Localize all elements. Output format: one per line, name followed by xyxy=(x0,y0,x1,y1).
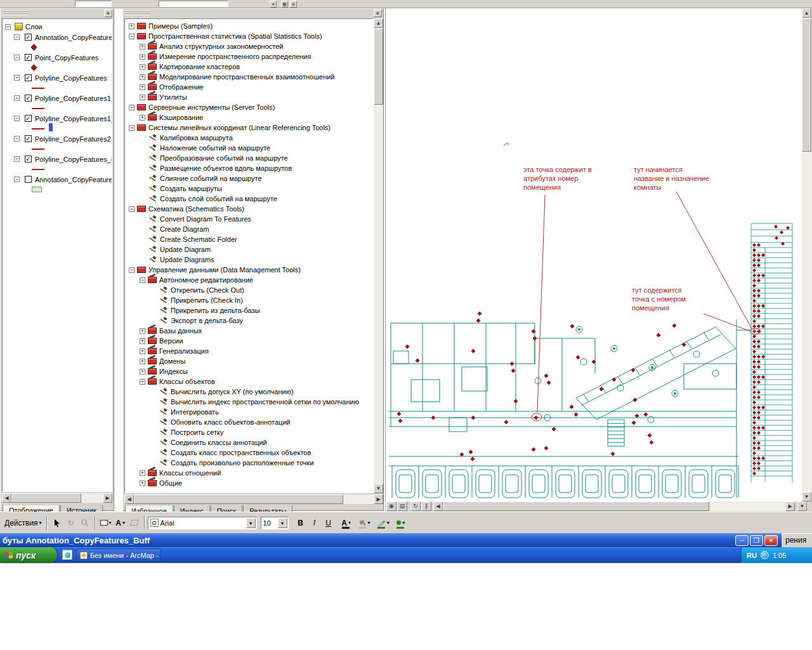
toolbox-tree-item[interactable]: Создать слой событий на маршруте xyxy=(125,194,373,204)
layer-checkbox[interactable]: ✓ xyxy=(25,34,32,41)
tree-expander[interactable]: + xyxy=(129,23,134,29)
toolbox-tree-item[interactable]: +Индексы xyxy=(125,366,373,376)
tree-expander[interactable]: + xyxy=(140,481,145,486)
tree-expander[interactable]: − xyxy=(129,206,134,212)
tree-expander[interactable]: + xyxy=(140,95,145,100)
toolbar-field-fragment[interactable] xyxy=(75,1,112,7)
edit-vertices-tool[interactable] xyxy=(128,516,141,530)
restore-icon[interactable]: ❐ xyxy=(750,535,763,546)
layer-checkbox[interactable]: ✓ xyxy=(25,74,32,81)
fill-color-button[interactable]: ▾ xyxy=(356,516,372,530)
tree-expander[interactable]: − xyxy=(14,95,20,101)
layer-item[interactable]: −✓Polyline_CopyFeatures2 xyxy=(3,133,112,144)
layer-item[interactable]: −Annotation_CopyFeature... xyxy=(3,174,112,185)
scroll-left-icon[interactable]: ◀ xyxy=(124,494,134,504)
underline-button[interactable]: U xyxy=(322,516,336,530)
tree-expander[interactable]: − xyxy=(129,267,134,273)
close-icon[interactable]: × xyxy=(104,10,112,17)
tree-expander[interactable]: + xyxy=(140,44,145,50)
new-text-tool[interactable]: A▾ xyxy=(114,516,128,530)
toolbox-tree-item[interactable]: Соединить классы аннотаций xyxy=(125,437,373,448)
tree-expander[interactable]: − xyxy=(14,55,20,60)
toolbox-hscroll[interactable]: ◀ ▶ xyxy=(124,494,383,504)
toolbar-button-1[interactable]: ▦ xyxy=(281,1,288,8)
toolbox-tree-item[interactable]: +Версии xyxy=(125,336,373,346)
toolbox-tree-item[interactable]: Создать маршруты xyxy=(125,183,373,194)
toolbox-tree-item[interactable]: −Серверные инструменты (Server Tools) xyxy=(125,102,373,112)
zoom-to-selected-tool[interactable] xyxy=(78,516,92,530)
tree-expander[interactable]: − xyxy=(14,176,20,182)
toc-header[interactable]: × xyxy=(1,9,114,18)
toolbox-tree-item[interactable]: Прикрепить из дельта-базы xyxy=(125,305,373,315)
tree-expander[interactable]: − xyxy=(129,34,134,39)
toolbox-tree-item[interactable]: −Схематика (Schematics Tools) xyxy=(125,204,373,214)
toc-hscroll-thumb[interactable] xyxy=(11,493,81,503)
layer-checkbox[interactable] xyxy=(25,176,32,183)
toolbox-tree-item[interactable]: +Общие xyxy=(125,478,373,488)
toolbox-tree-item[interactable]: Прикрепить (Check In) xyxy=(125,295,373,305)
toolbox-tree-item[interactable]: Интегрировать xyxy=(125,407,373,417)
tree-expander[interactable]: + xyxy=(140,348,145,354)
toolbox-tree-item[interactable]: +Базы данных xyxy=(125,326,373,336)
language-indicator[interactable]: RU xyxy=(747,552,757,559)
toolbox-tree-item[interactable]: Слияние событий на маршруте xyxy=(125,173,373,183)
scroll-up-icon[interactable]: ▲ xyxy=(802,8,811,18)
toolbox-tree-item[interactable]: Размещение объектов вдоль маршрутов xyxy=(125,163,373,173)
tree-expander[interactable]: − xyxy=(14,34,20,40)
font-size-combobox[interactable]: 10 ▾ xyxy=(261,517,289,529)
new-rectangle-tool[interactable]: ▾ xyxy=(98,516,114,530)
scroll-down-icon[interactable]: ▼ xyxy=(802,492,811,501)
scroll-down-icon[interactable]: ▼ xyxy=(797,501,807,511)
tree-expander[interactable]: − xyxy=(129,125,134,131)
refresh-view-icon[interactable]: ↻ xyxy=(410,501,421,511)
tree-expander[interactable]: + xyxy=(140,359,145,364)
line-color-button[interactable]: ▾ xyxy=(375,516,391,530)
minimize-icon[interactable]: ─ xyxy=(735,535,749,546)
layer-item[interactable]: −✓Polyline_CopyFeatures_( xyxy=(3,154,112,164)
attribute-window-titlebar[interactable]: буты Annotation_CopyFeatures_Buff ─ ❐ ✕ xyxy=(0,533,782,547)
toolbox-tree-item[interactable]: −Автономное редактирование xyxy=(125,275,373,285)
tree-expander[interactable]: − xyxy=(14,136,20,142)
toolbox-tree-item[interactable]: +Примеры (Samples) xyxy=(125,21,373,31)
scroll-left-icon[interactable]: ◀ xyxy=(433,501,443,511)
tree-expander[interactable]: + xyxy=(140,328,145,334)
pause-drawing-icon[interactable]: ∥ xyxy=(421,501,431,511)
scroll-down-icon[interactable]: ▼ xyxy=(374,484,383,493)
layer-checkbox[interactable]: ✓ xyxy=(25,54,32,61)
toolbox-tree-item[interactable]: Вычислить допуск XY (по умолчанию) xyxy=(125,387,373,397)
layout-view-button[interactable]: ▤ xyxy=(397,501,407,511)
toolbox-tree-item[interactable]: Convert Diagram To Features xyxy=(125,214,373,224)
toolbox-tree-item[interactable]: Построить сетку xyxy=(125,427,373,437)
toolbox-tree-item[interactable]: −Управление данными (Data Management Too… xyxy=(125,265,373,275)
toolbox-hscroll-thumb[interactable] xyxy=(134,494,343,504)
toolbox-tree-item[interactable]: Создать произвольно расположенные точки xyxy=(125,458,373,468)
layer-checkbox[interactable]: ✓ xyxy=(25,156,32,162)
tree-expander[interactable]: − xyxy=(14,116,20,121)
rotate-tool[interactable]: ↻ xyxy=(64,516,78,530)
toolbox-tree-item[interactable]: Открепить (Check Out) xyxy=(125,285,373,295)
tree-expander[interactable]: + xyxy=(140,74,145,80)
tree-expander[interactable]: − xyxy=(14,156,20,162)
toc-root[interactable]: −Слои xyxy=(3,22,112,32)
toolbox-tree-item[interactable]: Наложение событий на маршруте xyxy=(125,143,373,153)
toolbox-tree-item[interactable]: +Генерализация xyxy=(125,346,373,356)
toolbox-tree-item[interactable]: +Утилиты xyxy=(125,92,373,102)
toolbox-tree-item[interactable]: −Системы линейных координат (Linear Refe… xyxy=(125,123,373,133)
toolbox-tree-item[interactable]: +Моделирование пространственных взаимоот… xyxy=(125,72,373,82)
toc-hscroll[interactable]: ◀ ▶ xyxy=(2,493,112,503)
marker-color-button[interactable]: ▾ xyxy=(394,516,408,530)
tree-expander[interactable]: − xyxy=(129,105,134,110)
tree-expander[interactable]: − xyxy=(140,379,145,385)
toolbox-tree-item[interactable]: +Отображение xyxy=(125,82,373,92)
drag-grip[interactable] xyxy=(125,11,150,15)
layer-checkbox[interactable]: ✓ xyxy=(25,95,32,102)
font-name-combobox[interactable]: O Arial ▾ xyxy=(148,517,257,529)
toolbox-tree-item[interactable]: Create Diagram xyxy=(125,224,373,234)
chevron-down-icon[interactable]: ▾ xyxy=(278,518,287,528)
toolbox-tree-item[interactable]: Update Diagrams xyxy=(125,255,373,265)
data-view-button[interactable]: ◉ xyxy=(386,501,396,511)
drawing-menu-button[interactable]: Действия▾ xyxy=(3,516,44,530)
task-button-arcmap[interactable]: Без имени - ArcMap - ... xyxy=(76,548,161,562)
drag-grip[interactable] xyxy=(3,11,28,15)
map-vscroll[interactable]: ▲ ▼ xyxy=(802,8,812,501)
